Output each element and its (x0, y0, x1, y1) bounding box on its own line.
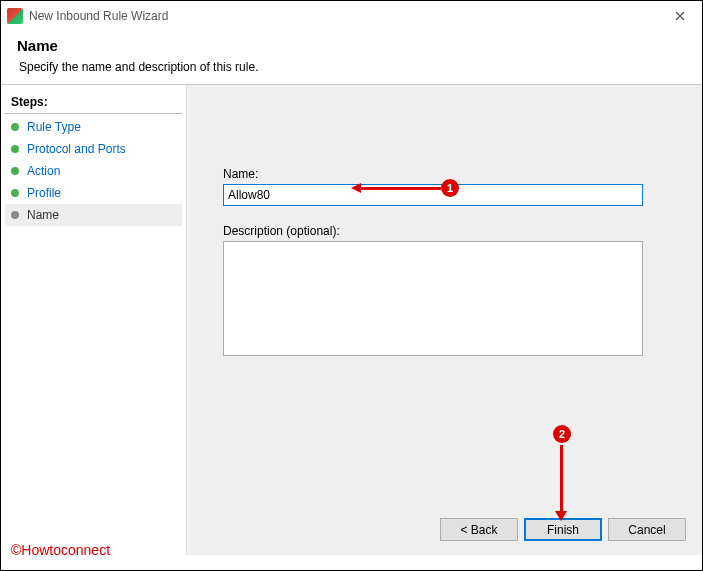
close-button[interactable] (657, 1, 702, 31)
description-label: Description (optional): (223, 224, 670, 238)
step-bullet-icon (11, 167, 19, 175)
step-bullet-icon (11, 123, 19, 131)
step-label: Rule Type (27, 120, 81, 134)
step-action[interactable]: Action (5, 160, 182, 182)
step-bullet-icon (11, 189, 19, 197)
firewall-icon (7, 8, 23, 24)
step-label: Profile (27, 186, 61, 200)
wizard-header: Name Specify the name and description of… (1, 31, 702, 85)
back-button[interactable]: < Back (440, 518, 518, 541)
step-label: Name (27, 208, 59, 222)
steps-sidebar: Steps: Rule Type Protocol and Ports Acti… (1, 85, 186, 555)
step-name[interactable]: Name (5, 204, 182, 226)
button-row: < Back Finish Cancel (440, 518, 686, 541)
step-bullet-icon (11, 211, 19, 219)
arrow-line-icon (560, 445, 563, 513)
cancel-button[interactable]: Cancel (608, 518, 686, 541)
step-rule-type[interactable]: Rule Type (5, 116, 182, 138)
step-profile[interactable]: Profile (5, 182, 182, 204)
arrow-head-icon (555, 511, 567, 521)
page-title: Name (17, 37, 686, 54)
titlebar: New Inbound Rule Wizard (1, 1, 702, 31)
name-input[interactable] (223, 184, 643, 206)
watermark: ©Howtoconnect (11, 542, 110, 558)
step-label: Action (27, 164, 60, 178)
name-label: Name: (223, 167, 670, 181)
main-panel: Name: Description (optional): < Back Fin… (186, 85, 702, 555)
steps-header: Steps: (5, 93, 182, 114)
step-label: Protocol and Ports (27, 142, 126, 156)
description-input[interactable] (223, 241, 643, 356)
window-title: New Inbound Rule Wizard (29, 9, 168, 23)
step-protocol-ports[interactable]: Protocol and Ports (5, 138, 182, 160)
page-subtitle: Specify the name and description of this… (19, 60, 686, 74)
step-bullet-icon (11, 145, 19, 153)
finish-button[interactable]: Finish (524, 518, 602, 541)
wizard-body: Steps: Rule Type Protocol and Ports Acti… (1, 85, 702, 555)
close-icon (675, 11, 685, 21)
